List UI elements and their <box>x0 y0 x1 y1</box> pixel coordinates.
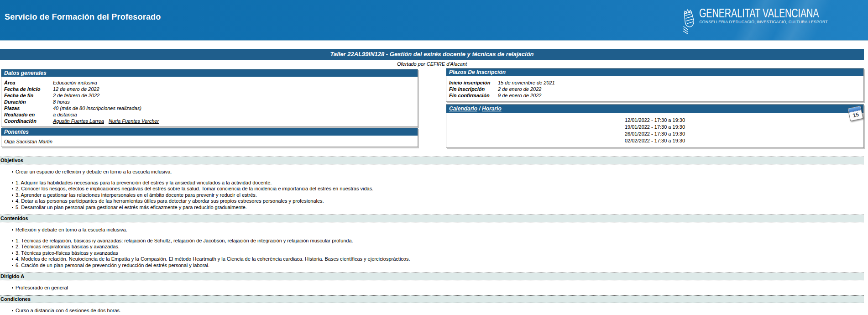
section-body: Reflexión y debate en torno a la escuela… <box>0 222 864 273</box>
plazo-row-label: Fin inscripción <box>449 86 498 92</box>
calendario-link[interactable]: Calendario <box>449 105 477 112</box>
calendario-horario-panel: Calendario / Horario 15 12/01/2022 - 17:… <box>446 104 864 148</box>
course-title-bar: Taller 22AL99IN128 - Gestión del estrés … <box>0 49 864 60</box>
plazo-row: Fin confirmación9 de enero de 2022 <box>449 92 860 99</box>
bullet-item: 1. Adquirir las habilidades necesarias p… <box>11 180 864 186</box>
bullet-group: Reflexión y debate en torno a la escuela… <box>0 227 864 233</box>
datos-row-label: Realizado en <box>4 111 53 118</box>
bullet-item: 1. Técnicas de relajación, básicas iy av… <box>11 238 864 244</box>
section-header: Contenidos <box>0 215 864 222</box>
offered-by: Ofertado por CEFIRE d'Alacant <box>0 61 864 67</box>
bullet-group: Crear un espacio de reflexión y debate e… <box>0 169 864 175</box>
coordinator-link[interactable]: Agustin Fuertes Larrea <box>53 118 104 124</box>
calendario-separator: / <box>477 105 482 112</box>
section-header: Dirigido A <box>0 273 864 280</box>
calendario-horario-body: 12/01/2022 - 17:30 a 19:3019/01/2022 - 1… <box>446 113 863 147</box>
bullet-item: 2, Conocer los riesgos, efectos e implic… <box>11 186 864 192</box>
course-sections: ObjetivosCrear un espacio de reflexión y… <box>0 157 864 315</box>
ponentes-body: Olga Sacristan Martin <box>1 136 418 147</box>
datos-row: Duración8 horas <box>4 99 414 105</box>
datos-row-label: Fecha de fin <box>4 92 53 99</box>
datos-row-value: 40 (más de 80 inscripciones realizadas) <box>53 105 141 111</box>
bullet-item: Curso a distancia con 4 sesiones de dos … <box>11 308 864 314</box>
top-banner: Servicio de Formación del Profesorado GE… <box>0 0 868 41</box>
bullet-item: 4. Modelos de relación. Neuiociencia de … <box>11 256 864 262</box>
horario-link[interactable]: Horario <box>482 105 502 112</box>
section-objetivos: ObjetivosCrear un espacio de reflexión y… <box>0 157 864 215</box>
coordinacion-links: Agustin Fuertes LarreaNuria Fuentes Verc… <box>53 118 163 124</box>
datos-row-coordinacion: CoordinaciónAgustin Fuertes LarreaNuria … <box>4 118 414 124</box>
bullet-item: 3. Aprender a gestionar las relaciones i… <box>11 192 864 199</box>
section-body: Profesorado en general <box>0 280 864 295</box>
section-contenidos: ContenidosReflexión y debate en torno a … <box>0 215 864 273</box>
datos-row-value: Educación inclusiva <box>53 79 97 86</box>
datos-row-value: 2 de febrero de 2022 <box>53 92 99 99</box>
datos-generales-header: Datos generales <box>1 69 418 77</box>
plazo-row-label: Fin confirmación <box>449 92 498 99</box>
plazo-row-value: 15 de noviembre de 2021 <box>498 79 555 86</box>
logo-title: GENERALITAT VALENCIANA <box>699 7 819 19</box>
plazos-inscripcion-panel: Plazos De Inscripción Inicio inscripción… <box>446 68 864 102</box>
plazo-row: Fin inscripción2 de enero de 2022 <box>449 86 860 92</box>
section-body: Crear un espacio de reflexión y debate e… <box>0 164 864 215</box>
bullet-item: 3. Técnicas psico-físicas básicas y avan… <box>11 250 864 257</box>
datos-row-label: Plazas <box>4 105 53 111</box>
ponentes-header: Ponentes <box>1 128 418 136</box>
plazo-row-value: 9 de enero de 2022 <box>498 92 541 99</box>
app-title: Servicio de Formación del Profesorado <box>5 12 161 22</box>
bullet-item: 4. Dotar a las personas participantes de… <box>11 198 864 205</box>
gva-emblem-icon <box>681 7 697 34</box>
bullet-item: 2. Técnicas respiratorias básicas y avan… <box>11 244 864 250</box>
bullet-item: 5. Desarrollar un plan personal para ges… <box>11 205 864 211</box>
session-entry: 02/02/2022 - 17:30 a 19:30 <box>446 137 863 144</box>
section-dirigido-a: Dirigido AProfesorado en general <box>0 273 864 295</box>
ponentes-panel: Ponentes Olga Sacristan Martin <box>1 128 418 147</box>
datos-row-label: Área <box>4 79 53 86</box>
coordinacion-label: Coordinación <box>4 118 53 124</box>
bullet-item: Reflexión y debate en torno a la escuela… <box>11 227 864 233</box>
plazo-row-value: 2 de enero de 2022 <box>498 86 541 92</box>
logo-subtitle: CONSELLERIA D'EDUCACIÓ, INVESTIGACIÓ, CU… <box>699 20 863 24</box>
bullet-group: Curso a distancia con 4 sesiones de dos … <box>0 308 864 314</box>
section-condiciones: CondicionesCurso a distancia con 4 sesio… <box>0 295 864 315</box>
datos-generales-panel: Datos generales ÁreaEducación inclusivaF… <box>1 69 418 127</box>
bullet-group: 1. Técnicas de relajación, básicas iy av… <box>0 238 864 269</box>
section-header: Condiciones <box>0 295 864 303</box>
bullet-group: Profesorado en general <box>0 285 864 291</box>
generalitat-valenciana-logo: GENERALITAT VALENCIANA CONSELLERIA D'EDU… <box>681 7 863 34</box>
datos-row: Realizado ena distancia <box>4 111 414 118</box>
datos-row-label: Duración <box>4 99 53 105</box>
page: Servicio de Formación del Profesorado GE… <box>0 0 868 315</box>
session-entry: 19/01/2022 - 17:30 a 19:30 <box>446 124 863 131</box>
datos-row: Fecha de inicio12 de enero de 2022 <box>4 86 414 92</box>
plazos-inscripcion-header: Plazos De Inscripción <box>446 68 863 76</box>
section-header: Objetivos <box>0 157 864 164</box>
session-entry: 26/01/2022 - 17:30 a 19:30 <box>446 131 863 137</box>
datos-row-label: Fecha de inicio <box>4 86 53 92</box>
ponente-name: Olga Sacristan Martin <box>4 138 415 145</box>
datos-row: Plazas40 (más de 80 inscripciones realiz… <box>4 105 414 111</box>
datos-row-value: 8 horas <box>53 99 70 105</box>
section-body: Curso a distancia con 4 sesiones de dos … <box>0 303 864 315</box>
datos-row: Fecha de fin2 de febrero de 2022 <box>4 92 414 99</box>
coordinator-link[interactable]: Nuria Fuentes Vercher <box>109 118 159 124</box>
logo-text: GENERALITAT VALENCIANA CONSELLERIA D'EDU… <box>699 7 863 24</box>
calendar-icon[interactable]: 15 <box>847 105 863 121</box>
plazos-inscripcion-body: Inicio inscripción15 de noviembre de 202… <box>446 76 863 101</box>
bullet-group: 1. Adquirir las habilidades necesarias p… <box>0 180 864 211</box>
session-entry: 12/01/2022 - 17:30 a 19:30 <box>446 117 863 124</box>
datos-row-value: 12 de enero de 2022 <box>53 86 99 92</box>
datos-row-value: a distancia <box>53 111 77 118</box>
bullet-item: 6. Cración de un plan personal de preven… <box>11 262 864 269</box>
bullet-item: Profesorado en general <box>11 285 864 291</box>
datos-generales-body: ÁreaEducación inclusivaFecha de inicio12… <box>1 77 418 126</box>
datos-row: ÁreaEducación inclusiva <box>4 79 414 86</box>
calendario-horario-header: Calendario / Horario <box>446 105 863 113</box>
plazo-row: Inicio inscripción15 de noviembre de 202… <box>449 79 860 86</box>
bullet-item: Crear un espacio de reflexión y debate e… <box>11 169 864 175</box>
plazo-row-label: Inicio inscripción <box>449 79 498 86</box>
